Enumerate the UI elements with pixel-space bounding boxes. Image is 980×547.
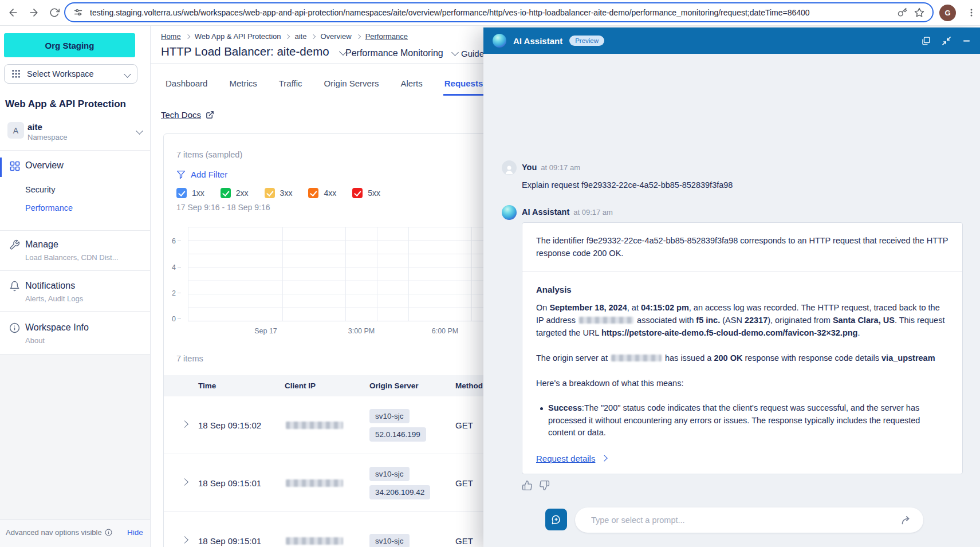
bookmark-star-icon[interactable] [914, 7, 924, 18]
sidebar-footer: Advanced nav options visible Hide [0, 520, 150, 547]
info-icon [105, 529, 112, 536]
sidebar-item-sublabel: About [25, 336, 45, 345]
analysis-bullet-success: Success:The "200" status code indicates … [536, 402, 948, 439]
tab[interactable]: Metrics [228, 76, 258, 96]
namespace-avatar: A [7, 122, 24, 139]
expand-chevron-icon[interactable] [164, 420, 187, 430]
chevron-down-icon [124, 70, 131, 78]
tab[interactable]: Traffic [278, 76, 304, 96]
namespace-name: aite [27, 122, 42, 132]
tab-bar: Dashboard Metrics Traffic Origin Servers… [164, 76, 484, 96]
sidebar-item-workspace-info[interactable]: Workspace Info About [0, 322, 150, 345]
origin-server-tag: sv10-sjc [369, 467, 410, 481]
breadcrumb-item[interactable]: Home [161, 32, 190, 41]
site-settings-icon[interactable] [73, 7, 83, 17]
back-icon[interactable] [5, 4, 22, 21]
person-icon [503, 164, 515, 175]
add-filter-button[interactable]: Add Filter [176, 170, 227, 179]
workspace-selector[interactable]: Select Workspace [4, 64, 137, 84]
breadcrumb-item[interactable]: aite [294, 32, 315, 41]
user-avatar [502, 160, 517, 175]
sidebar-item-manage[interactable]: Manage Load Balancers, CDN Dist... [0, 239, 150, 262]
info-icon [9, 322, 20, 333]
sidebar-item-performance[interactable]: Performance [25, 203, 73, 212]
send-icon[interactable] [900, 514, 912, 526]
reload-icon[interactable] [46, 4, 63, 21]
sidebar-item-label: Notifications [25, 281, 75, 291]
table-header-cell[interactable]: Time [198, 381, 285, 390]
y-tick-label: 2 [164, 289, 181, 297]
breadcrumb-item[interactable]: Performance [365, 32, 408, 41]
origin-server-tags: sv10-sjc52.0.146.199 [369, 409, 455, 442]
status-filter-checkbox[interactable]: 3xx [265, 188, 293, 198]
chevron-down-icon [136, 127, 143, 135]
sidebar-item-security[interactable]: Security [25, 185, 55, 194]
ai-avatar [502, 205, 517, 220]
thumbs-down-icon[interactable] [539, 480, 550, 491]
hide-nav-link[interactable]: Hide [127, 528, 143, 537]
expand-chevron-icon[interactable] [164, 478, 187, 488]
origin-server-tag: sv10-sjc [369, 534, 410, 547]
y-tick-label: 6 [164, 237, 181, 245]
sidebar-item-notifications[interactable]: Notifications Alerts, Audit Logs [0, 281, 150, 304]
tab[interactable]: Origin Servers [323, 76, 380, 96]
popout-icon[interactable] [921, 36, 931, 46]
origin-server-tags: sv10-sjc34.206.109.42 [369, 467, 455, 499]
checkbox-checked-icon [352, 188, 363, 198]
request-details-link[interactable]: Request details [536, 454, 595, 463]
expand-chevron-icon[interactable] [164, 536, 187, 546]
table-header-cell[interactable]: Client IP [285, 381, 369, 390]
status-filter-checkbox[interactable]: 4xx [308, 188, 336, 198]
ai-assistant-header: AI Assistant Preview [483, 27, 980, 54]
sidebar-item-sublabel: Load Balancers, CDN Dist... [25, 253, 119, 262]
advanced-nav-note: Advanced nav options visible [6, 528, 112, 537]
tab[interactable]: Requests [443, 76, 485, 96]
status-filter-checkbox[interactable]: 2xx [221, 188, 249, 198]
user-message-header: Youat 09:17 am [522, 163, 580, 172]
origin-server-tags: sv10-sjc [369, 534, 455, 547]
preview-badge: Preview [569, 36, 604, 46]
grid-dots-icon [11, 69, 21, 78]
page-title[interactable]: HTTP Load Balancer: aite-demo [161, 45, 346, 58]
breadcrumb: Home Web App & API Protection aite Overv… [161, 32, 408, 41]
namespace-selector[interactable]: A aite Namespace [0, 119, 150, 149]
breadcrumb-item[interactable]: Overview [320, 32, 360, 41]
browser-profile-avatar[interactable]: G [939, 5, 956, 21]
chevron-right-icon [356, 34, 360, 38]
password-key-icon[interactable] [898, 7, 907, 17]
prompt-input-pill[interactable] [575, 507, 923, 533]
tab[interactable]: Alerts [399, 76, 423, 96]
tab[interactable]: Dashboard [164, 76, 208, 96]
prompt-input[interactable] [590, 515, 900, 525]
divider [0, 270, 150, 271]
divider [0, 311, 150, 312]
new-chat-button[interactable] [545, 509, 567, 530]
chevron-right-icon [311, 34, 316, 38]
url-text[interactable]: testing.staging.volterra.us/web/workspac… [90, 8, 891, 17]
divider [0, 354, 150, 355]
workspace-title: Web App & API Protection [5, 99, 126, 110]
url-bar[interactable]: testing.staging.volterra.us/web/workspac… [64, 2, 934, 22]
sidebar-item-overview[interactable]: Overview [0, 160, 150, 175]
wrench-icon [9, 239, 20, 250]
minimize-icon[interactable] [962, 37, 971, 45]
status-filter-checkbox[interactable]: 1xx [176, 188, 204, 198]
overview-grid-icon [9, 160, 21, 172]
status-filter-checkbox[interactable]: 5xx [352, 188, 380, 198]
table-header-cell[interactable]: Origin Server [369, 381, 455, 390]
chevron-down-icon [451, 49, 459, 56]
thumbs-up-icon[interactable] [522, 480, 533, 491]
browser-window: testing.staging.volterra.us/web/workspac… [0, 0, 980, 547]
forward-icon[interactable] [25, 4, 42, 21]
breadcrumb-item[interactable]: Web App & API Protection [195, 32, 290, 41]
tech-docs-link[interactable]: Tech Docs [161, 110, 214, 120]
chat-plus-icon [550, 514, 562, 525]
x-tick-label: Sep 17 [245, 327, 287, 335]
org-staging-button[interactable]: Org Staging [4, 33, 135, 57]
monitoring-dropdown[interactable]: Performance Monitoring [345, 48, 458, 58]
sidebar-item-sublabel: Alerts, Audit Logs [25, 294, 83, 303]
sidebar-item-label: Manage [25, 239, 58, 250]
workspace-selector-label: Select Workspace [27, 69, 94, 78]
collapse-icon[interactable] [942, 36, 951, 46]
browser-menu-icon[interactable] [963, 5, 979, 21]
